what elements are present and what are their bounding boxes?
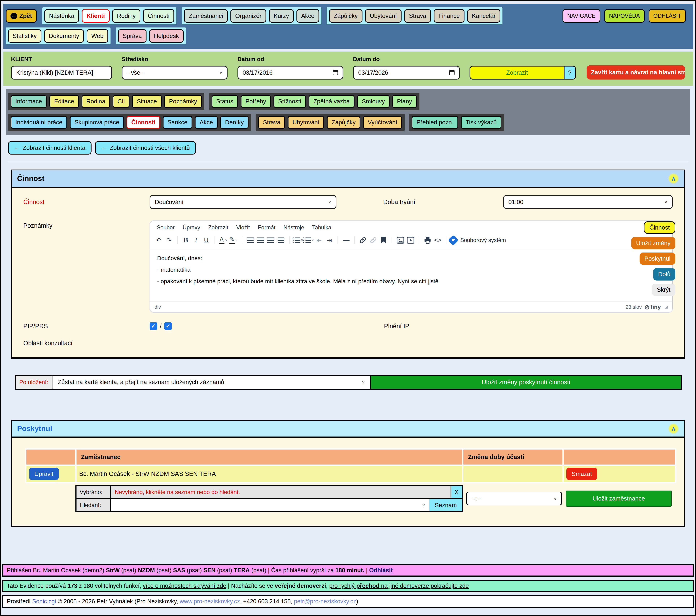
calendar-icon[interactable] [449,70,455,75]
tab-vyuctovani[interactable]: Vyúčtování [363,116,402,129]
tab-smlouvy[interactable]: Smlouvy [357,95,390,108]
menu-nastroje[interactable]: Nástroje [280,223,307,232]
cinnost-select[interactable]: Doučování ∨ [149,195,336,209]
undo-icon[interactable]: ↶ [154,235,164,245]
time-select[interactable]: --:-- ∨ [466,492,562,505]
datum-od-input[interactable]: 03/17/2016 [237,66,343,80]
nav-item-zapujcky[interactable]: Zápůjčky [329,9,362,22]
tab-zapujcky[interactable]: Zápůjčky [327,116,360,129]
tab-ubytovani[interactable]: Ubytování [288,116,324,129]
back-button[interactable]: ← Zpět [6,9,37,22]
nav-item-rodiny[interactable]: Rodiny [112,9,140,22]
align-right-icon[interactable] [266,235,276,245]
unlink-icon[interactable] [368,235,379,245]
smazat-button[interactable]: Smazat [566,468,598,480]
insert-media-icon[interactable] [406,235,416,245]
tab-deniky[interactable]: Deníky [220,116,249,129]
menu-zobrazit[interactable]: Zobrazit [205,223,231,232]
goto-poskytnul-button[interactable]: Poskytnul [639,253,675,265]
footer-link[interactable]: www.pro-neziskovky.cz [180,598,240,605]
nav-item-strava[interactable]: Strava [404,9,431,22]
upravit-button[interactable]: Upravit [29,468,59,480]
highlight-color-icon[interactable]: ✎∨ [228,235,239,245]
klient-input[interactable]: Kristýna (Kiki) [NZDM TERA] [11,66,112,80]
underline-icon[interactable]: U [201,235,211,245]
calendar-icon[interactable] [333,70,338,75]
tab-zpetna-vazba[interactable]: Zpětná vazba [309,95,354,108]
tab-plany[interactable]: Plány [392,95,417,108]
show-all-activities-button[interactable]: ← Zobrazit činnosti všech klientů [95,141,196,155]
tab-informace[interactable]: Informace [11,95,47,108]
pip-checkbox[interactable]: ✓ [149,322,157,330]
tab-tisk-vykazu[interactable]: Tisk výkazů [461,116,501,129]
skryt-button[interactable]: Skrýt [652,283,675,296]
bookmark-icon[interactable] [378,235,389,245]
menu-tabulka[interactable]: Tabulka [309,223,334,232]
link-icon[interactable] [358,235,368,245]
nav-item-web[interactable]: Web [86,29,108,43]
nav-item-zamestnanci[interactable]: Zaměstnanci [184,9,228,22]
nav-item-organizer[interactable]: Organizér [231,9,266,22]
datum-do-input[interactable]: 03/17/2026 [353,66,460,80]
tab-situace[interactable]: Situace [132,95,162,108]
menu-soubor[interactable]: Soubor [154,223,178,232]
file-system-icon[interactable]: ☛ [448,235,459,245]
editor-content[interactable]: Doučování, dnes: - matematika - opakován… [150,249,672,302]
nav-item-kancelar[interactable]: Kancelář [467,9,500,22]
tab-editace[interactable]: Editace [49,95,79,108]
nav-item-ubytovani[interactable]: Ubytování [365,9,401,22]
insert-image-icon[interactable] [395,235,406,245]
word-count[interactable]: 23 slov [626,304,642,310]
help-question-button[interactable]: ? [564,66,576,80]
hledani-select[interactable]: ∨ [111,499,429,511]
ulozit-zmeny-button[interactable]: Uložit změny [631,237,675,249]
tab-akce[interactable]: Akce [195,116,218,129]
tab-potreby[interactable]: Potřeby [241,95,271,108]
navigace-button[interactable]: NAVIGACE [563,9,600,22]
collapse-panel-icon[interactable]: ∧ [668,423,679,434]
napoveda-button[interactable]: NÁPOVĚDA [604,9,645,22]
footer-link[interactable]: Sonic.cgi [32,598,56,605]
tab-prehled-pozn[interactable]: Přehled pozn. [412,116,458,129]
tiny-logo[interactable]: ⊘ tiny [645,304,661,311]
bullet-list-icon[interactable]: ∨ [292,235,303,245]
tab-cil[interactable]: Cíl [113,95,129,108]
footer-link[interactable]: petr@pro-neziskovky.cz [294,598,356,605]
nav-item-cinnosti[interactable]: Činnosti [143,9,174,22]
po-ulozeni-select[interactable]: Zůstat na kartě klienta, a přejít na sez… [52,376,370,389]
redo-icon[interactable]: ↷ [164,235,174,245]
prs-checkbox[interactable]: ✓ [164,322,172,330]
nav-item-helpdesk[interactable]: Helpdesk [149,29,184,43]
align-justify-icon[interactable] [276,235,286,245]
nav-item-klienti[interactable]: Klienti [82,9,110,22]
align-center-icon[interactable] [255,235,266,245]
source-code-icon[interactable]: <> [433,235,443,245]
tab-sankce[interactable]: Sankce [163,116,192,129]
menu-upravy[interactable]: Úpravy [179,223,203,232]
footer-link[interactable]: na jiné demoverze pokračujte zde [379,583,469,589]
save-employee-button[interactable]: Uložit zaměstnance [566,490,672,507]
clear-selection-button[interactable]: X [450,486,462,498]
close-card-button[interactable]: Zavřít kartu a návrat na hlavní strá [587,65,685,80]
dolu-button[interactable]: Dolů [653,268,675,280]
numbered-list-icon[interactable]: ∨ [303,235,314,245]
nav-item-finance[interactable]: Finance [434,9,464,22]
menu-vlozit[interactable]: Vložit [233,223,253,232]
nav-item-akce[interactable]: Akce [297,9,319,22]
text-color-icon[interactable]: A∨ [218,235,228,245]
save-activity-button[interactable]: Uložit změny poskytnutí činnosti [370,376,681,389]
show-client-activities-button[interactable]: ← Zobrazit činnosti klienta [8,141,92,155]
file-system-button[interactable]: Souborový systém [460,237,506,243]
element-path[interactable]: div [155,304,161,310]
align-left-icon[interactable] [245,235,255,245]
indent-icon[interactable]: ⇥ [324,235,334,245]
tab-individualni-prace[interactable]: Individuální práce [11,116,67,129]
nav-item-statistiky[interactable]: Statistiky [8,29,42,43]
footer-link[interactable]: přechod [356,583,379,589]
tab-stiznosti[interactable]: Stížnosti [273,95,306,108]
doba-trvani-select[interactable]: 01:00 ∨ [503,195,673,209]
nav-item-nastenka[interactable]: Nástěnka [44,9,79,22]
tab-rodina[interactable]: Rodina [82,95,110,108]
tab-strava[interactable]: Strava [258,116,285,129]
seznam-button[interactable]: Seznam [429,499,462,511]
